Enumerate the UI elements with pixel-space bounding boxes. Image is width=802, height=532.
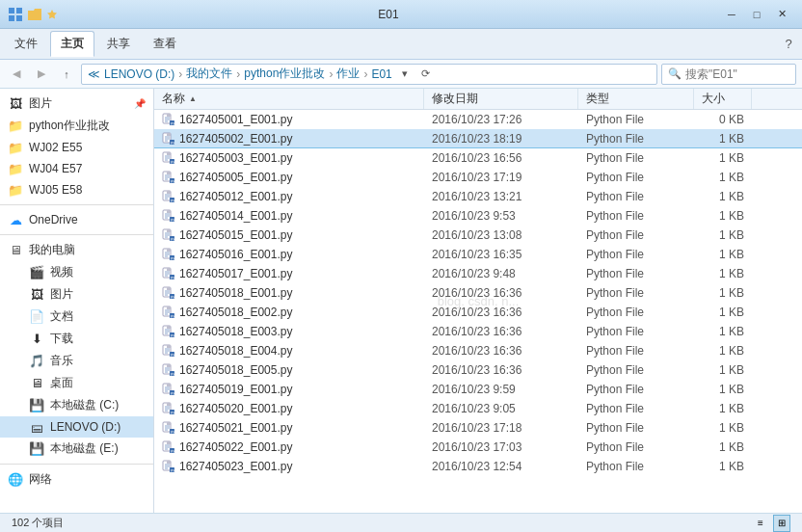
up-button[interactable]: ↑ [56,64,77,85]
search-input[interactable] [685,67,802,81]
table-row[interactable]: py 1627405016_E001.py 2016/10/23 16:35 P… [154,245,802,264]
svg-rect-38 [167,268,171,271]
col-header-size[interactable]: 大小 [694,89,752,109]
svg-rect-30 [167,229,171,232]
help-button[interactable]: ? [779,35,798,54]
view-list-button[interactable]: ≡ [752,515,769,532]
col-header-type[interactable]: 类型 [578,89,694,109]
file-size: 1 KB [694,460,752,473]
sidebar-item-wj02[interactable]: 📁 WJ02 E55 [0,137,153,158]
sidebar-item-label: 视频 [50,264,73,280]
file-name: py 1627405018_E003.py [154,325,424,338]
tab-file[interactable]: 文件 [4,31,48,57]
breadcrumb-homework[interactable]: 作业 [336,66,360,82]
sidebar-item-disk-e[interactable]: 💾 本地磁盘 (E:) [0,438,153,460]
svg-rect-62 [167,384,171,386]
close-button[interactable]: ✕ [769,5,794,24]
file-icon: py [162,286,175,300]
file-type: Python File [578,190,694,203]
sidebar-item-disk-c[interactable]: 💾 本地磁盘 (C:) [0,394,153,416]
svg-rect-3 [16,15,22,21]
file-icon: py [162,440,175,454]
col-header-name[interactable]: 名称 ▲ [154,89,424,109]
table-row[interactable]: py 1627405018_E004.py 2016/10/23 16:36 P… [154,341,802,360]
table-row[interactable]: py 1627405023_E001.py 2016/10/23 12:54 P… [154,457,802,476]
sidebar-item-onedrive[interactable]: ☁ OneDrive [0,209,153,230]
table-row[interactable]: py 1627405014_E001.py 2016/10/23 9:53 Py… [154,206,802,226]
svg-rect-22 [167,191,171,194]
sidebar-item-my-pc[interactable]: 🖥 我的电脑 [0,239,153,261]
file-type: Python File [578,344,694,358]
table-row[interactable]: py 1627405021_E001.py 2016/10/23 17:18 P… [154,418,802,438]
table-row[interactable]: py 1627405002_E001.py 2016/10/23 18:19 P… [154,129,802,148]
sidebar-item-wj05[interactable]: 📁 WJ05 E58 [0,179,153,200]
file-name: py 1627405005_E001.py [154,171,424,184]
sidebar-item-downloads[interactable]: ⬇ 下载 [0,328,153,350]
table-row[interactable]: py 1627405003_E001.py 2016/10/23 16:56 P… [154,148,802,168]
tab-home[interactable]: 主页 [50,31,94,57]
tab-share[interactable]: 共享 [96,31,141,57]
file-size: 1 KB [694,209,752,223]
tab-view[interactable]: 查看 [143,31,187,57]
view-detail-button[interactable]: ⊞ [773,515,790,532]
sidebar-item-documents[interactable]: 📄 文档 [0,306,153,328]
table-row[interactable]: py 1627405020_E001.py 2016/10/23 9:05 Py… [154,399,802,418]
svg-text:py: py [171,217,174,222]
file-name: py 1627405001_E001.py [154,113,424,126]
table-row[interactable]: py 1627405005_E001.py 2016/10/23 17:19 P… [154,168,802,187]
sidebar-item-music[interactable]: 🎵 音乐 [0,350,153,372]
breadcrumb-python[interactable]: python作业批改 [244,66,325,82]
breadcrumb-myfiles[interactable]: 我的文件 [186,66,232,82]
address-bar[interactable]: ≪ LENOVO (D:) › 我的文件 › python作业批改 › 作业 ›… [81,64,657,85]
table-row[interactable]: py 1627405018_E005.py 2016/10/23 16:36 P… [154,360,802,380]
back-button[interactable]: ◀ [6,64,27,85]
svg-rect-74 [167,441,171,444]
table-row[interactable]: py 1627405022_E001.py 2016/10/23 17:03 P… [154,438,802,457]
table-row[interactable]: py 1627405018_E001.py 2016/10/23 16:36 P… [154,283,802,303]
file-date: 2016/10/23 16:35 [424,248,578,261]
file-type: Python File [578,248,694,261]
address-dropdown-button[interactable]: ▾ [396,66,414,83]
file-name: py 1627405003_E001.py [154,151,424,165]
sidebar-item-desktop[interactable]: 🖥 桌面 [0,372,153,394]
sidebar-item-network[interactable]: 🌐 网络 [0,468,153,491]
sidebar-item-wj04[interactable]: 📁 WJ04 E57 [0,158,153,179]
ribbon: 文件 主页 共享 查看 ? [0,29,802,60]
file-rows-container: py 1627405001_E001.py 2016/10/23 17:26 P… [154,110,802,476]
table-row[interactable]: py 1627405019_E001.py 2016/10/23 9:59 Py… [154,380,802,399]
sidebar-item-videos[interactable]: 🎬 视频 [0,261,153,283]
table-row[interactable]: py 1627405018_E003.py 2016/10/23 16:36 P… [154,322,802,341]
table-row[interactable]: py 1627405012_E001.py 2016/10/23 13:21 P… [154,187,802,206]
file-type: Python File [578,286,694,300]
file-size: 1 KB [694,325,752,338]
forward-button[interactable]: ▶ [31,64,52,85]
sidebar-item-disk-d[interactable]: 🖴 LENOVO (D:) [0,416,153,438]
sidebar-item-pictures[interactable]: 🖼 图片 📌 [0,93,153,115]
file-date: 2016/10/23 18:19 [424,132,578,146]
minimize-button[interactable]: ─ [719,5,744,24]
sidebar-item-python-work[interactable]: 📁 python作业批改 [0,115,153,137]
file-size: 1 KB [694,363,752,377]
svg-text:py: py [171,178,174,183]
table-row[interactable]: py 1627405018_E002.py 2016/10/23 16:36 P… [154,303,802,322]
file-icon: py [162,209,175,223]
maximize-button[interactable]: □ [744,5,769,24]
col-header-date[interactable]: 修改日期 [424,89,578,109]
table-row[interactable]: py 1627405017_E001.py 2016/10/23 9:48 Py… [154,264,802,283]
sidebar-item-pictures2[interactable]: 🖼 图片 [0,283,153,306]
file-size: 1 KB [694,190,752,203]
file-type: Python File [578,228,694,242]
disk-c-icon: 💾 [29,398,44,413]
svg-rect-10 [167,133,171,136]
file-size: 1 KB [694,132,752,146]
table-row[interactable]: py 1627405001_E001.py 2016/10/23 17:26 P… [154,110,802,129]
svg-rect-46 [167,306,171,309]
table-row[interactable]: py 1627405015_E001.py 2016/10/23 13:08 P… [154,226,802,245]
downloads-icon: ⬇ [29,332,44,347]
svg-rect-70 [167,422,171,425]
breadcrumb-e01[interactable]: E01 [371,67,391,81]
file-size: 1 KB [694,440,752,454]
breadcrumb-lenovo[interactable]: LENOVO (D:) [104,67,174,81]
breadcrumb-drive[interactable]: ≪ [88,67,100,81]
refresh-button[interactable]: ⟳ [417,66,435,83]
